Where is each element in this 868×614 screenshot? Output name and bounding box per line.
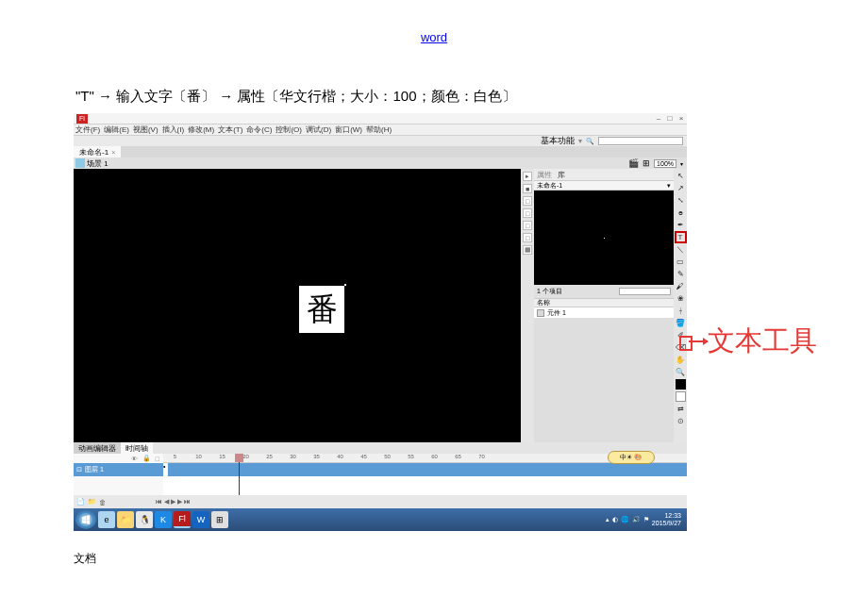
tray-flag-icon[interactable]: ⚑: [643, 516, 649, 523]
paint-bucket-tool-icon[interactable]: 🪣: [676, 318, 686, 328]
taskbar-clock[interactable]: 12:33 2015/9/27: [652, 512, 681, 527]
library-item-label: 元件 1: [547, 308, 566, 318]
panel-icon[interactable]: ▸: [523, 172, 532, 181]
layer-row[interactable]: ⊡ 图层 1: [74, 463, 163, 476]
free-transform-tool-icon[interactable]: ⤡: [676, 195, 686, 206]
edit-symbols-icon[interactable]: ⊞: [643, 158, 650, 168]
tray-up-icon[interactable]: ▴: [606, 516, 609, 523]
taskbar-explorer-icon[interactable]: 📁: [117, 511, 134, 528]
menu-insert[interactable]: 插入(I): [162, 124, 185, 135]
stage[interactable]: [74, 169, 521, 442]
snap-icon[interactable]: ⊙: [676, 416, 686, 426]
layout-label[interactable]: 基本功能: [541, 135, 575, 147]
panel-icon[interactable]: ▦: [523, 245, 532, 255]
panel-icon[interactable]: □: [523, 233, 532, 242]
playhead[interactable]: [239, 454, 240, 495]
scene-label[interactable]: 场景 1: [87, 158, 108, 169]
tools-panel: ↖ ↗ ⤡ ɵ ✒ T ＼ ▭ ✎ 🖌 ❀ ⟊ 🪣 ✐ ⌫ ✋ 🔍 ⇄: [674, 169, 687, 442]
menu-view[interactable]: 视图(V): [133, 124, 159, 135]
outline-icon[interactable]: □: [156, 456, 159, 462]
library-column-header[interactable]: 名称: [534, 298, 674, 307]
zoom-select[interactable]: 100%: [654, 159, 676, 168]
bone-tool-icon[interactable]: ⟊: [676, 306, 686, 316]
tray-icon[interactable]: 🌐: [621, 516, 629, 523]
fill-color-swatch[interactable]: [676, 391, 686, 402]
keyframe[interactable]: [163, 463, 168, 476]
start-button[interactable]: [75, 510, 96, 529]
taskbar-flash-icon[interactable]: Fl: [174, 511, 191, 528]
ime-indicator[interactable]: 中 ☀ 🎨: [608, 451, 655, 464]
edit-scene-icon[interactable]: 🎬: [628, 158, 639, 168]
tab-library[interactable]: 库: [558, 170, 565, 180]
callout-arrow: 文本工具: [689, 323, 817, 360]
menu-file[interactable]: 文件(F): [75, 124, 100, 135]
frame-track[interactable]: [163, 463, 687, 476]
taskbar-word-icon[interactable]: W: [192, 511, 209, 528]
layout-dropdown-icon[interactable]: ▾: [578, 137, 582, 145]
text-tool-icon[interactable]: T: [676, 232, 686, 242]
arrow-icon: [689, 340, 708, 342]
zoom-dropdown-icon[interactable]: ▾: [680, 160, 683, 167]
subselection-tool-icon[interactable]: ↗: [676, 183, 686, 193]
hand-tool-icon[interactable]: ✋: [676, 355, 686, 365]
window-close-icon[interactable]: ×: [676, 114, 687, 124]
window-max-icon[interactable]: □: [664, 114, 676, 124]
menu-control[interactable]: 控制(O): [275, 124, 302, 135]
search-input[interactable]: [598, 137, 683, 145]
brush-tool-icon[interactable]: 🖌: [676, 281, 686, 291]
library-item[interactable]: 元件 1: [534, 307, 674, 318]
library-document-select[interactable]: 未命名-1 ▾: [534, 180, 674, 191]
prev-frame-icon[interactable]: ◀: [164, 498, 169, 506]
lock-icon[interactable]: 🔒: [142, 455, 151, 462]
window-min-icon[interactable]: –: [653, 114, 664, 124]
new-layer-icon[interactable]: 📄: [76, 498, 85, 506]
movieclip-icon: [537, 309, 544, 317]
instruction-text: "T" → 输入文字〔番〕 → 属性〔华文行楷；大小：100；颜色：白色〕: [75, 88, 868, 106]
menu-window[interactable]: 窗口(W): [335, 124, 362, 135]
menu-help[interactable]: 帮助(H): [366, 124, 392, 135]
back-icon[interactable]: [75, 158, 85, 168]
header-link[interactable]: word: [421, 30, 447, 44]
lasso-tool-icon[interactable]: ɵ: [676, 207, 686, 218]
menu-edit[interactable]: 编辑(E): [104, 124, 129, 135]
text-object[interactable]: 番: [299, 286, 344, 333]
last-frame-icon[interactable]: ⏭: [184, 498, 191, 506]
pencil-tool-icon[interactable]: ✎: [676, 269, 686, 279]
panel-icon[interactable]: □: [523, 196, 532, 206]
pen-tool-icon[interactable]: ✒: [676, 220, 686, 230]
chevron-down-icon: ▾: [667, 182, 671, 190]
tab-timeline[interactable]: 时间轴: [121, 442, 153, 454]
tray-volume-icon[interactable]: 🔊: [632, 516, 641, 523]
menu-commands[interactable]: 命令(C): [246, 124, 272, 135]
visibility-icon[interactable]: 👁: [131, 456, 138, 462]
close-icon[interactable]: ×: [111, 149, 115, 156]
delete-layer-icon[interactable]: 🗑: [99, 499, 106, 506]
tab-motion-editor[interactable]: 动画编辑器: [74, 442, 121, 454]
stage-area[interactable]: 番: [74, 169, 521, 442]
panel-icon[interactable]: ■: [523, 184, 532, 193]
menu-modify[interactable]: 修改(M): [188, 124, 214, 135]
menu-debug[interactable]: 调试(D): [306, 124, 331, 135]
play-icon[interactable]: ▶: [171, 498, 175, 506]
taskbar-kugou-icon[interactable]: K: [155, 511, 172, 528]
rectangle-tool-icon[interactable]: ▭: [676, 257, 686, 267]
stroke-color-swatch[interactable]: [676, 379, 686, 390]
deco-tool-icon[interactable]: ❀: [676, 293, 686, 304]
new-folder-icon[interactable]: 📁: [88, 498, 96, 506]
zoom-tool-icon[interactable]: 🔍: [676, 367, 686, 377]
line-tool-icon[interactable]: ＼: [676, 244, 686, 255]
library-search-input[interactable]: [619, 288, 671, 295]
panel-icon[interactable]: □: [523, 208, 532, 218]
taskbar-ie-icon[interactable]: e: [98, 511, 115, 528]
swap-colors-icon[interactable]: ⇄: [676, 404, 686, 414]
document-tab[interactable]: 未命名-1 ×: [74, 146, 121, 158]
next-frame-icon[interactable]: ▶: [177, 498, 182, 506]
menu-text[interactable]: 文本(T): [218, 124, 242, 135]
tab-properties[interactable]: 属性: [537, 170, 552, 180]
first-frame-icon[interactable]: ⏮: [156, 498, 162, 506]
tray-icon[interactable]: ◐: [612, 516, 618, 523]
taskbar-qq-icon[interactable]: 🐧: [136, 511, 153, 528]
panel-icon[interactable]: □: [523, 221, 532, 230]
selection-tool-icon[interactable]: ↖: [676, 171, 686, 181]
taskbar-app-icon[interactable]: ⊞: [211, 511, 228, 528]
